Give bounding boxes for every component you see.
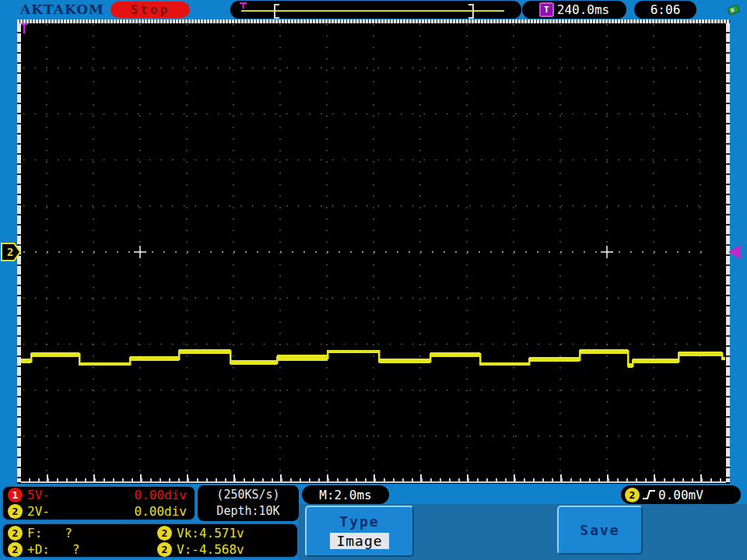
measure-freq: 2 F: ?	[8, 525, 157, 541]
top-status-bar: AKTAKOM Stop T 240.0ms 6:06	[0, 0, 747, 19]
ch1-scale: 5V-	[27, 488, 50, 502]
waveform-display: T	[17, 19, 730, 484]
channel-info-box: 1 5V- 0.00div 2 2V- 0.00div	[2, 485, 196, 521]
clock-readout: 6:06	[634, 1, 696, 19]
window-start-bracket	[274, 4, 279, 19]
rising-edge-icon	[642, 488, 656, 501]
acquisition-info-box: (250KS/s) Depth:10K	[198, 485, 299, 521]
run-state-label: Stop	[131, 2, 170, 17]
bottom-panel: 1 5V- 0.00div 2 2V- 0.00div (250KS/s) De…	[0, 484, 747, 560]
trigger-delay-value: 240.0ms	[557, 2, 609, 17]
ch2-marker-label: 2	[7, 246, 13, 258]
trigger-position-icon	[240, 2, 247, 9]
ch1-offset: 0.00div	[135, 488, 187, 502]
measurement-box: 2 F: ? 2 Vk:4.571v 2 +D: ? 2 V:-4.568v	[2, 523, 299, 558]
ch1-info-row: 1 5V- 0.00div	[3, 487, 195, 503]
trigger-source-badge: 2	[625, 488, 640, 502]
measure-duty: 2 +D: ?	[8, 541, 157, 558]
meas-ch-badge: 2	[157, 526, 172, 541]
clock-value: 6:06	[651, 2, 681, 17]
ch2-offset: 0.00div	[135, 504, 187, 519]
record-length-line	[241, 10, 504, 12]
timebase-readout: M:2.0ms	[302, 485, 389, 504]
sample-rate: (250KS/s)	[216, 487, 279, 503]
trigger-t-icon: T	[539, 2, 554, 17]
trigger-level-readout: 2 0.00mV	[621, 485, 741, 504]
save-label: Save	[580, 522, 619, 538]
ch2-scale: 2V-	[27, 504, 50, 519]
type-label: Type	[339, 513, 379, 530]
measure-mean: 2 V:-4.568v	[157, 541, 297, 558]
trigger-position-ruler	[230, 1, 521, 19]
bottom-baseline	[21, 481, 726, 483]
run-state-badge[interactable]: Stop	[110, 2, 190, 18]
type-selected-value[interactable]: Image	[330, 533, 388, 549]
usb-drive-icon	[726, 3, 742, 16]
trigger-level-marker[interactable]	[728, 245, 740, 259]
meas-ch-badge: 2	[8, 542, 23, 557]
type-menu-button[interactable]: Type Image	[305, 506, 414, 557]
trigger-delay-readout: T 240.0ms	[522, 1, 626, 19]
ch2-position-marker[interactable]: 2	[1, 242, 22, 262]
trigger-offscreen-marker: T	[20, 21, 28, 37]
meas-ch-badge: 2	[8, 526, 23, 541]
ch1-badge: 1	[8, 488, 23, 502]
memory-depth: Depth:10K	[216, 503, 279, 520]
ch2-badge: 2	[8, 504, 23, 519]
window-end-bracket	[468, 4, 474, 19]
brand-logo: AKTAKOM	[20, 2, 104, 17]
trigger-level-value: 0.00mV	[658, 488, 703, 502]
ch2-info-row: 2 2V- 0.00div	[3, 503, 195, 520]
meas-ch-badge: 2	[157, 542, 172, 557]
top-tick-ruler	[17, 19, 730, 23]
measure-vpp: 2 Vk:4.571v	[157, 525, 297, 541]
save-button[interactable]: Save	[557, 506, 643, 555]
